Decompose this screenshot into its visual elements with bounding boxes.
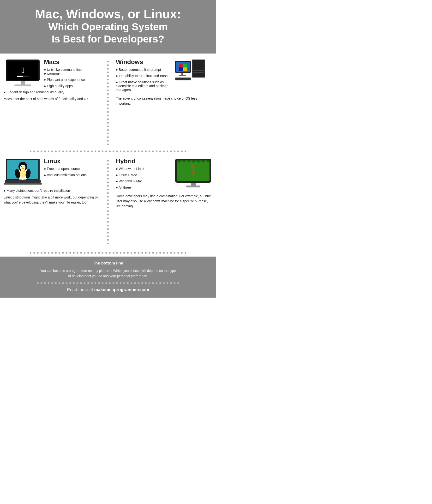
hybrid-bullet-4: All three (116, 186, 172, 189)
svg-rect-20 (176, 78, 190, 80)
hybrid-bullets-block: Hybrid Windows + Linux Linux + Mac Windo… (116, 157, 172, 192)
svg-rect-12 (176, 62, 190, 72)
svg-rect-36 (5, 180, 41, 183)
hybrid-column: Hybrid Windows + Linux Linux + Mac Windo… (112, 157, 212, 244)
windows-title: Windows (116, 58, 172, 66)
svg-rect-44 (191, 169, 195, 170)
hybrid-summary: Some developers may use a combination. F… (116, 194, 212, 209)
svg-rect-38 (9, 181, 37, 181)
hybrid-bullet-list: Windows + Linux Linux + Mac Windows + Ma… (116, 167, 172, 189)
linux-bullet-1: Free and open source (44, 167, 100, 171)
windows-column: Windows Better command line prompt The a… (112, 58, 212, 145)
svg-rect-13 (179, 63, 183, 67)
hybrid-title: Hybrid (116, 157, 172, 165)
windows-bullet-2: The ability to run Linux and Bash (116, 74, 172, 78)
linux-full-bullet: Many distributions don't require install… (4, 189, 100, 192)
footer-dots (7, 282, 209, 284)
svg-rect-6 (14, 84, 31, 86)
svg-rect-14 (183, 63, 187, 67)
mac-image:  (4, 58, 42, 90)
svg-rect-37 (4, 183, 42, 185)
svg-rect-10 (193, 72, 204, 73)
vertical-divider (104, 58, 112, 145)
hybrid-bullet-2: Linux + Mac (116, 173, 172, 177)
svg-point-31 (20, 170, 26, 178)
header-title-line1: Mac, Windows, or Linux: (9, 7, 207, 21)
hybrid-bullet-3: Windows + Mac (116, 179, 172, 183)
linux-summary: Linux distributions might take a bit mor… (4, 195, 100, 205)
footer-summary: You can become a programmer on any platf… (7, 268, 209, 279)
linux-bullet-2: Vast customization options (44, 173, 100, 177)
svg-rect-9 (193, 70, 204, 71)
hybrid-bullet-1: Windows + Linux (116, 167, 172, 171)
linux-bullet-list: Free and open source Vast customization … (44, 167, 100, 177)
macs-bullet-2: Pleasant user experience (44, 78, 100, 81)
hybrid-image (174, 157, 212, 189)
header: Mac, Windows, or Linux: Which Operating … (0, 0, 216, 54)
macs-bullet-list: Unix-like command line enviornment Pleas… (44, 68, 100, 88)
svg-rect-46 (191, 183, 196, 186)
footer-title: The bottom line (7, 261, 209, 266)
macs-full-bullet: Elegant design and robust build quality (4, 90, 100, 94)
svg-rect-42 (193, 163, 194, 177)
svg-point-30 (22, 168, 24, 169)
footer-readmore: Read more at makemeaprogrammer.com (7, 287, 209, 292)
horizontal-divider-2 (0, 249, 216, 257)
windows-bullet-3: Great native solutions such as extensibl… (116, 80, 172, 92)
svg-point-29 (24, 166, 25, 167)
linux-bullets-block: Linux Free and open source Vast customiz… (44, 157, 100, 179)
linux-title: Linux (44, 157, 100, 165)
macs-bullet-3: High quality apps (44, 84, 100, 88)
svg-rect-5 (21, 81, 25, 84)
macs-column:  Macs Unix-like command line enviornmen… (4, 58, 104, 145)
header-title-line2: Which Operating SystemIs Best for Develo… (9, 21, 207, 45)
footer-readmore-text: Read more at (67, 287, 94, 292)
windows-summary: The advent of containerization made choi… (116, 96, 212, 106)
windows-bullet-list: Better command line prompt The ability t… (116, 68, 172, 92)
svg-rect-47 (186, 186, 200, 188)
svg-rect-4 (17, 76, 23, 77)
windows-image (174, 58, 212, 90)
svg-rect-43 (191, 166, 195, 167)
svg-rect-45 (191, 172, 195, 173)
windows-bullets-block: Windows Better command line prompt The a… (116, 58, 172, 94)
macs-title: Macs (44, 58, 100, 66)
vertical-divider-2 (104, 157, 112, 244)
linux-image (4, 157, 42, 189)
footer-readmore-url: makemeaprogrammer.com (94, 287, 149, 292)
macs-bullets-block: Macs Unix-like command line enviornment … (44, 58, 100, 90)
horizontal-divider-1 (0, 148, 216, 155)
svg-rect-16 (183, 67, 187, 71)
svg-text::  (21, 66, 24, 74)
macs-summary: Macs offer the best of both worlds of fu… (4, 97, 100, 101)
linux-column: Linux Free and open source Vast customiz… (4, 157, 104, 244)
svg-rect-17 (181, 73, 183, 75)
footer: The bottom line You can become a program… (0, 257, 216, 297)
windows-bullet-1: Better command line prompt (116, 68, 172, 72)
bottom-section: Linux Free and open source Vast customiz… (0, 155, 216, 249)
svg-rect-18 (179, 75, 186, 76)
top-section:  Macs Unix-like command line enviornmen… (0, 54, 216, 148)
svg-rect-8 (193, 60, 205, 77)
svg-rect-15 (179, 67, 183, 71)
macs-bullet-1: Unix-like command line enviornment (44, 68, 100, 75)
svg-point-28 (21, 166, 22, 167)
